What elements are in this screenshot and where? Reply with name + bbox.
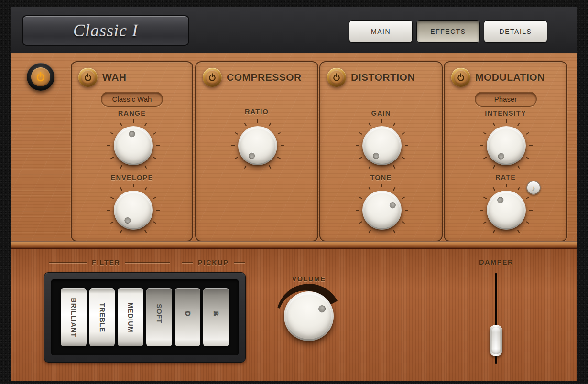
rocker-switch-panel: BRILLIANT TREBLE MEDIUM SOFT D — [44, 272, 246, 363]
compressor-ratio-knob[interactable] — [231, 119, 284, 172]
volume-label: VOLUME — [275, 275, 342, 283]
pickup-group-label: PICKUP — [198, 259, 229, 267]
power-icon — [329, 70, 344, 85]
filter-group-label: FILTER — [92, 259, 120, 267]
modulation-power-button[interactable] — [451, 68, 470, 87]
knob-indicator-dot — [277, 285, 340, 347]
distortion-power-button[interactable] — [327, 68, 346, 87]
view-tabs: MAIN EFFECTS DETAILS — [349, 20, 547, 43]
wah-preset-selector[interactable]: Classic Wah — [101, 92, 163, 107]
distortion-tone-knob[interactable] — [356, 184, 408, 236]
modulation-rate-label: RATE — [445, 173, 566, 181]
instrument-nameplate: Classic I — [22, 15, 189, 46]
filter-switch-treble[interactable]: TREBLE — [89, 288, 115, 346]
damper-slider-handle[interactable] — [490, 325, 502, 356]
wah-section: WAH Classic Wah RANGE ENVELOPE — [71, 61, 193, 242]
wood-divider-ledge — [11, 241, 577, 249]
power-icon — [205, 70, 219, 85]
compressor-section: COMPRESSOR RATIO — [195, 61, 318, 242]
wah-range-knob[interactable] — [107, 119, 160, 172]
distortion-gain-label: GAIN — [320, 109, 442, 117]
modulation-section-title: MODULATION — [475, 68, 545, 87]
wah-envelope-label: ENVELOPE — [72, 174, 192, 181]
tab-main[interactable]: MAIN — [349, 20, 413, 43]
header-bar: Classic I MAIN EFFECTS DETAILS — [11, 7, 577, 54]
compressor-ratio-label: RATIO — [196, 108, 317, 116]
damper-label: DAMPER — [463, 258, 530, 266]
distortion-section-title: DISTORTION — [351, 68, 415, 87]
power-icon — [31, 67, 50, 86]
modulation-section: MODULATION Phaser INTENSITY RATE ♪ — [444, 61, 567, 242]
instrument-title: Classic I — [73, 21, 138, 41]
distortion-tone-label: TONE — [320, 174, 442, 181]
filter-switch-brilliant[interactable]: BRILLIANT — [61, 288, 87, 346]
tab-effects[interactable]: EFFECTS — [416, 20, 480, 43]
lower-controls-area: FILTER PICKUP BRILLIANT TREBLE — [11, 249, 577, 381]
distortion-section: DISTORTION GAIN TONE — [319, 61, 443, 242]
volume-knob[interactable] — [284, 291, 334, 341]
distortion-gain-knob[interactable] — [356, 119, 408, 172]
master-effects-power-button[interactable] — [27, 63, 54, 91]
effects-area: WAH Classic Wah RANGE ENVELOPE — [11, 53, 577, 241]
compressor-power-button[interactable] — [203, 68, 222, 87]
pickup-switch-ba[interactable]: B A — [203, 288, 229, 346]
pickup-switch-dc[interactable]: D C — [175, 288, 201, 346]
wah-range-label: RANGE — [72, 109, 192, 117]
wood-panel: WAH Classic Wah RANGE ENVELOPE — [11, 53, 577, 381]
modulation-intensity-knob[interactable] — [480, 119, 533, 172]
filter-pickup-header: FILTER PICKUP — [49, 258, 254, 267]
modulation-intensity-label: INTENSITY — [445, 109, 566, 117]
tab-details[interactable]: DETAILS — [484, 20, 547, 43]
filter-switch-medium[interactable]: MEDIUM — [118, 288, 143, 346]
compressor-section-title: COMPRESSOR — [227, 68, 302, 87]
power-icon — [81, 70, 95, 85]
filter-switch-soft[interactable]: SOFT — [146, 288, 172, 346]
power-icon — [454, 70, 468, 85]
wah-power-button[interactable] — [78, 68, 98, 87]
modulation-rate-knob[interactable] — [480, 184, 533, 236]
wah-section-title: WAH — [102, 68, 127, 87]
classic-keys-effects-window: Classic I MAIN EFFECTS DETAILS — [0, 0, 588, 384]
modulation-preset-selector[interactable]: Phaser — [475, 92, 537, 107]
wah-envelope-knob[interactable] — [107, 184, 160, 236]
